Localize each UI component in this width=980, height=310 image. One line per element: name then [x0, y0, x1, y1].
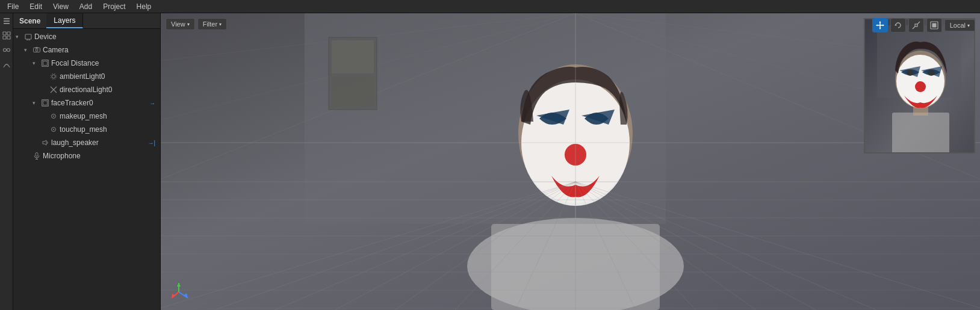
facetracker-label: faceTracker0	[51, 99, 147, 107]
left-panel: Scene Layers ▾ Device ▾	[13, 13, 161, 310]
svg-rect-6	[7, 36, 10, 39]
filter-button[interactable]: Filter ▾	[197, 18, 227, 30]
svg-point-100	[907, 70, 914, 76]
svg-rect-52	[932, 23, 936, 28]
view-chevron: ▾	[187, 22, 190, 27]
microphone-label: Microphone	[43, 152, 158, 160]
tree-item-microphone[interactable]: ▸ Microphone	[13, 149, 160, 163]
icon-bar	[0, 13, 13, 310]
svg-rect-92	[332, 76, 374, 107]
panel-tabs: Scene Layers	[13, 13, 160, 29]
camera-label: Camera	[43, 46, 158, 54]
tree-item-device[interactable]: ▾ Device	[13, 30, 160, 43]
rotate-tool-button[interactable]	[890, 18, 906, 33]
svg-rect-2	[4, 23, 10, 24]
makeup-icon	[49, 112, 58, 120]
tree-item-camera[interactable]: ▾ Camera	[13, 43, 160, 57]
tree-item-touchup[interactable]: ▸ touchup_mesh	[13, 123, 160, 136]
svg-point-36	[53, 129, 54, 130]
svg-rect-10	[25, 34, 31, 39]
svg-rect-1	[4, 20, 10, 22]
expand-device: ▾	[16, 34, 23, 40]
tree-item-makeup[interactable]: ▸ makeup_mesh	[13, 110, 160, 123]
makeup-label: makeup_mesh	[60, 112, 158, 120]
filter-chevron: ▾	[219, 22, 222, 27]
svg-rect-3	[3, 32, 6, 35]
local-chevron: ▾	[967, 23, 970, 28]
menu-edit[interactable]: Edit	[25, 1, 47, 12]
render-button[interactable]	[926, 18, 942, 33]
facetracker-icon	[41, 99, 49, 107]
directional-icon	[49, 85, 58, 94]
svg-rect-48	[915, 24, 917, 26]
svg-rect-91	[332, 40, 374, 73]
expand-facetracker: ▾	[33, 100, 40, 106]
speaker-badge: →|	[145, 140, 158, 146]
svg-marker-37	[43, 140, 46, 145]
tree-item-directional[interactable]: ▸ directionalLight0	[13, 83, 160, 96]
icon-bar-effects[interactable]	[1, 59, 12, 70]
device-label: Device	[34, 33, 158, 41]
view-button[interactable]: View ▾	[166, 18, 195, 30]
svg-marker-45	[876, 25, 878, 26]
local-button[interactable]: Local ▾	[944, 19, 975, 31]
svg-point-7	[3, 49, 6, 52]
ambient-label: ambientLight0	[60, 72, 158, 81]
svg-marker-46	[882, 25, 884, 26]
svg-marker-47	[895, 24, 897, 26]
microphone-icon	[33, 152, 41, 160]
svg-rect-28	[43, 101, 48, 105]
viewport-3d-scene	[161, 13, 980, 310]
svg-rect-4	[7, 32, 10, 35]
svg-rect-38	[36, 153, 38, 157]
tree-item-facetracker[interactable]: ▾ faceTracker0 →	[13, 96, 160, 110]
menu-view[interactable]: View	[48, 1, 73, 12]
svg-line-49	[917, 22, 920, 24]
main-layout: Scene Layers ▾ Device ▾	[0, 13, 980, 310]
tree-view: ▾ Device ▾	[13, 29, 160, 310]
svg-point-15	[36, 49, 38, 51]
svg-point-8	[7, 49, 10, 52]
menu-bar: File Edit View Add Project Help	[0, 0, 980, 13]
speaker-label: laugh_speaker	[51, 138, 145, 147]
icon-bar-assets[interactable]	[1, 30, 12, 41]
menu-help[interactable]: Help	[132, 1, 157, 12]
svg-rect-18	[43, 61, 48, 66]
facetracker-badge: →	[147, 100, 158, 107]
svg-marker-43	[879, 21, 881, 23]
focal-label: Focal Distance	[51, 59, 158, 67]
menu-project[interactable]: Project	[98, 1, 130, 12]
preview-thumbnail	[864, 18, 975, 153]
icon-bar-patches[interactable]	[1, 45, 12, 55]
icon-bar-layers[interactable]	[1, 16, 12, 26]
scene-label: Scene	[13, 13, 46, 28]
move-tool-button[interactable]	[872, 18, 888, 33]
viewport-toolbar-right: Local ▾	[872, 18, 975, 33]
svg-point-99	[915, 81, 926, 92]
ambient-icon	[49, 72, 58, 81]
touchup-icon	[49, 125, 58, 134]
menu-add[interactable]: Add	[75, 1, 97, 12]
tree-item-ambient[interactable]: ▸ ambientLight0	[13, 70, 160, 83]
viewport-toolbar-left: View ▾ Filter ▾	[166, 18, 227, 30]
speaker-icon	[41, 138, 49, 147]
svg-rect-0	[4, 18, 10, 19]
camera-icon	[33, 46, 41, 54]
menu-file[interactable]: File	[2, 1, 23, 12]
svg-line-50	[913, 26, 915, 29]
tree-item-focal[interactable]: ▾ Focal Distance	[13, 57, 160, 70]
device-icon	[24, 33, 33, 41]
focal-icon	[41, 59, 49, 67]
svg-point-101	[928, 70, 935, 76]
tree-item-speaker[interactable]: ▸ laugh_speaker →|	[13, 136, 160, 149]
touchup-label: touchup_mesh	[60, 125, 158, 134]
tab-layers[interactable]: Layers	[46, 13, 83, 28]
viewport[interactable]: View ▾ Filter ▾	[161, 13, 980, 310]
svg-rect-5	[3, 36, 6, 39]
svg-point-34	[53, 116, 54, 117]
axis-indicator	[167, 280, 191, 304]
directional-label: directionalLight0	[60, 85, 158, 94]
scale-tool-button[interactable]	[908, 18, 924, 33]
svg-marker-106	[177, 283, 181, 287]
expand-focal: ▾	[33, 60, 40, 66]
